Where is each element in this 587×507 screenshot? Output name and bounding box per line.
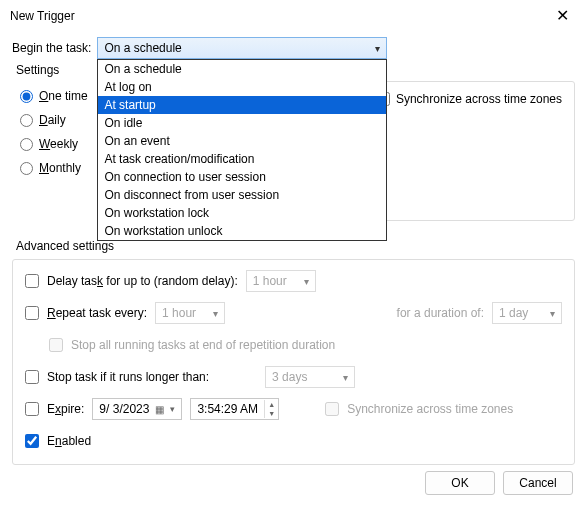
- dropdown-item[interactable]: On a schedule: [98, 60, 386, 78]
- stopall-label: Stop all running tasks at end of repetit…: [71, 338, 335, 352]
- time-spinner[interactable]: ▲▼: [264, 400, 278, 418]
- radio-input[interactable]: [20, 90, 33, 103]
- dropdown-item[interactable]: On connection to user session: [98, 168, 386, 186]
- expire-label: Expire:: [47, 402, 84, 416]
- ok-button[interactable]: OK: [425, 471, 495, 495]
- advanced-settings-panel: Delay task for up to (random delay): 1 h…: [12, 259, 575, 465]
- stopall-checkbox: [49, 338, 63, 352]
- begin-task-dropdown[interactable]: On a schedule At log on At startup On id…: [97, 59, 387, 241]
- enabled-checkbox[interactable]: [25, 434, 39, 448]
- cancel-button[interactable]: Cancel: [503, 471, 573, 495]
- radio-input[interactable]: [20, 138, 33, 151]
- begin-task-label: Begin the task:: [12, 41, 91, 55]
- stoplong-label: Stop task if it runs longer than:: [47, 370, 209, 384]
- frequency-radio-group: One time Daily Weekly Monthly: [12, 81, 100, 221]
- advanced-settings-label: Advanced settings: [16, 239, 575, 253]
- enabled-label: Enabled: [47, 434, 91, 448]
- delay-label: Delay task for up to (random delay):: [47, 274, 238, 288]
- repeat-checkbox[interactable]: [25, 306, 39, 320]
- calendar-icon: ▦: [155, 404, 164, 415]
- dropdown-item[interactable]: On idle: [98, 114, 386, 132]
- duration-select[interactable]: 1 day ▾: [492, 302, 562, 324]
- repeat-label: Repeat task every:: [47, 306, 147, 320]
- chevron-down-icon: ▾: [170, 404, 175, 414]
- radio-weekly[interactable]: Weekly: [20, 137, 100, 151]
- dropdown-item-selected[interactable]: At startup: [98, 96, 386, 114]
- combo-selected-text: On a schedule: [104, 41, 181, 55]
- radio-input[interactable]: [20, 162, 33, 175]
- chevron-down-icon: ▾: [304, 276, 309, 287]
- chevron-down-icon: ▾: [343, 372, 348, 383]
- close-icon[interactable]: ✕: [547, 6, 577, 25]
- begin-task-combo[interactable]: On a schedule ▾: [97, 37, 387, 59]
- radio-monthly[interactable]: Monthly: [20, 161, 100, 175]
- radio-one-time[interactable]: One time: [20, 89, 100, 103]
- duration-label: for a duration of:: [397, 306, 484, 320]
- chevron-down-icon: ▾: [213, 308, 218, 319]
- stoplong-checkbox[interactable]: [25, 370, 39, 384]
- delay-select[interactable]: 1 hour ▾: [246, 270, 316, 292]
- duration-value: 1 day: [499, 306, 528, 320]
- chevron-down-icon: ▾: [375, 43, 380, 54]
- expire-date-value: 9/ 3/2023: [99, 402, 149, 416]
- window-title: New Trigger: [10, 9, 75, 23]
- chevron-down-icon: ▾: [550, 308, 555, 319]
- dropdown-item[interactable]: On an event: [98, 132, 386, 150]
- radio-daily[interactable]: Daily: [20, 113, 100, 127]
- sync-timezones-1[interactable]: Synchronize across time zones: [376, 92, 562, 106]
- stoplong-select[interactable]: 3 days ▾: [265, 366, 355, 388]
- dropdown-item[interactable]: On disconnect from user session: [98, 186, 386, 204]
- expire-time-input[interactable]: 3:54:29 AM ▲▼: [190, 398, 279, 420]
- dropdown-item[interactable]: On workstation lock: [98, 204, 386, 222]
- delay-value: 1 hour: [253, 274, 287, 288]
- sync2-label: Synchronize across time zones: [347, 402, 513, 416]
- sync2-checkbox: [325, 402, 339, 416]
- expire-date-input[interactable]: 9/ 3/2023 ▦ ▾: [92, 398, 182, 420]
- delay-checkbox[interactable]: [25, 274, 39, 288]
- expire-time-value: 3:54:29 AM: [191, 402, 264, 416]
- dropdown-item[interactable]: At log on: [98, 78, 386, 96]
- dropdown-item[interactable]: On workstation unlock: [98, 222, 386, 240]
- repeat-value: 1 hour: [162, 306, 196, 320]
- repeat-select[interactable]: 1 hour ▾: [155, 302, 225, 324]
- sync-label: Synchronize across time zones: [396, 92, 562, 106]
- expire-checkbox[interactable]: [25, 402, 39, 416]
- radio-input[interactable]: [20, 114, 33, 127]
- dropdown-item[interactable]: At task creation/modification: [98, 150, 386, 168]
- stoplong-value: 3 days: [272, 370, 307, 384]
